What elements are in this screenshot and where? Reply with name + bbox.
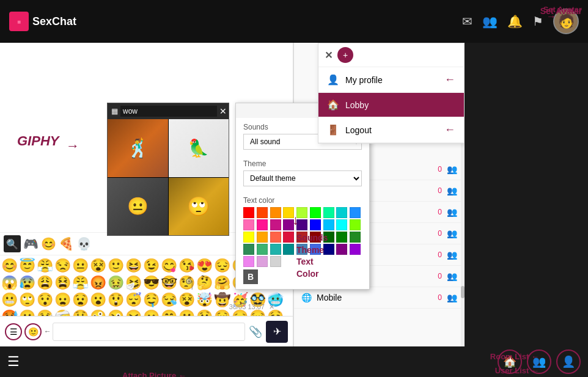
emoji-59[interactable]: 🤥 [196, 309, 213, 316]
friends-icon[interactable]: 👥 [482, 14, 498, 29]
gif-cell-1[interactable]: 🕺 [108, 119, 168, 177]
emoji-44[interactable]: 🤠 [214, 292, 230, 308]
chat-emoji-btn[interactable]: 🙂 [24, 323, 42, 340]
color-cell-15[interactable] [323, 219, 334, 230]
gif-cell-2[interactable]: 🦜 [169, 119, 229, 177]
emoji-49[interactable]: 😷 [19, 309, 35, 316]
emoji-cat-game[interactable]: 🎮 [23, 236, 39, 251]
gif-cell-3[interactable]: 😐 [108, 178, 168, 236]
color-cell-2[interactable] [270, 207, 281, 218]
emoji-6[interactable]: 🙂 [108, 258, 124, 274]
emoji-4[interactable]: 😐 [72, 258, 89, 274]
color-cell-17[interactable] [350, 219, 361, 230]
color-cell-14[interactable] [310, 219, 321, 230]
emoji-58[interactable]: 🤫 [178, 309, 195, 316]
gif-cell-4[interactable]: 🙄 [169, 178, 229, 236]
color-cell-36[interactable] [243, 256, 254, 267]
emoji-40[interactable]: 🤤 [143, 292, 160, 308]
chat-input[interactable] [53, 323, 245, 341]
gif-modal-close-btn[interactable]: ✕ [219, 106, 227, 116]
emoji-search-icon[interactable]: 🔍 [4, 235, 21, 252]
emoji-35[interactable]: 😦 [54, 292, 71, 308]
emoji-55[interactable]: 😝 [125, 309, 142, 316]
emoji-57[interactable]: 🤭 [161, 309, 177, 316]
emoji-5[interactable]: 😵 [90, 258, 106, 274]
emoji-43[interactable]: 🤯 [196, 292, 213, 308]
emoji-48[interactable]: 🥵 [1, 309, 18, 316]
color-cell-37[interactable] [257, 256, 268, 267]
color-cell-34[interactable] [336, 244, 347, 255]
emoji-38[interactable]: 😲 [108, 292, 124, 308]
emoji-37[interactable]: 😮 [90, 292, 106, 308]
bell-icon[interactable]: 🔔 [507, 14, 523, 29]
dropdown-close-btn2[interactable]: ✕ [325, 49, 333, 61]
color-cell-21[interactable] [283, 232, 294, 243]
timestamp-close[interactable]: ✕ [269, 303, 274, 310]
emoji-25[interactable]: 🤓 [161, 275, 177, 291]
color-cell-0[interactable] [243, 207, 254, 218]
emoji-9[interactable]: 😋 [161, 258, 177, 274]
emoji-53[interactable]: 🤪 [90, 309, 106, 316]
dropdown-my-profile[interactable]: 👤 My profile ← [318, 67, 464, 93]
emoji-8[interactable]: 😉 [143, 258, 160, 274]
emoji-7[interactable]: 😆 [125, 258, 142, 274]
mail-icon[interactable]: ✉ [462, 14, 472, 29]
color-cell-38[interactable] [270, 256, 281, 267]
color-cell-30[interactable] [283, 244, 294, 255]
emoji-34[interactable]: 😯 [37, 292, 53, 308]
emoji-24[interactable]: 😎 [143, 275, 160, 291]
emoji-23[interactable]: 🤧 [125, 275, 142, 291]
emoji-22[interactable]: 🤢 [108, 275, 124, 291]
room-item-mobile[interactable]: 🌐 Mobile 0 👥 [294, 287, 465, 309]
emoji-12[interactable]: 😔 [214, 258, 230, 274]
flag-icon[interactable]: ⚑ [532, 14, 543, 29]
emoji-10[interactable]: 😘 [178, 258, 195, 274]
emoji-54[interactable]: 😜 [108, 309, 124, 316]
emoji-33[interactable]: 🙄 [19, 292, 35, 308]
emoji-28[interactable]: 🤗 [214, 275, 230, 291]
emoji-cat-skull[interactable]: 💀 [76, 236, 92, 251]
emoji-50[interactable]: 🤒 [37, 309, 53, 316]
color-cell-7[interactable] [336, 207, 347, 218]
emoji-52[interactable]: 🤑 [72, 309, 89, 316]
add-room-btn[interactable]: + [337, 47, 353, 63]
emoji-16[interactable]: 😱 [1, 275, 18, 291]
color-cell-18[interactable] [243, 232, 254, 243]
emoji-cat-smile[interactable]: 😊 [41, 236, 56, 251]
color-cell-11[interactable] [270, 219, 281, 230]
color-cell-28[interactable] [257, 244, 268, 255]
theme-select[interactable]: Default theme [243, 170, 362, 186]
emoji-1[interactable]: 😇 [19, 258, 35, 274]
emoji-21[interactable]: 😡 [90, 275, 106, 291]
gif-search-input[interactable] [120, 106, 217, 117]
dropdown-lobby2[interactable]: 🏠 Lobby [318, 93, 464, 117]
color-cell-9[interactable] [243, 219, 254, 230]
emoji-20[interactable]: 😤 [72, 275, 89, 291]
emoji-42[interactable]: 😵 [178, 292, 195, 308]
emoji-18[interactable]: 😩 [37, 275, 53, 291]
color-cell-26[interactable] [350, 232, 361, 243]
emoji-39[interactable]: 😴 [125, 292, 142, 308]
color-cell-16[interactable] [336, 219, 347, 230]
emoji-26[interactable]: 🧐 [178, 275, 195, 291]
emoji-2[interactable]: 😤 [37, 258, 53, 274]
emoji-60[interactable]: 😌 [214, 309, 230, 316]
emoji-3[interactable]: 😒 [54, 258, 71, 274]
color-cell-27[interactable] [243, 244, 254, 255]
emoji-51[interactable]: 🤕 [54, 309, 71, 316]
emoji-56[interactable]: 😛 [143, 309, 160, 316]
emoji-0[interactable]: 😊 [1, 258, 18, 274]
friend-list-btn[interactable]: 👤 [556, 350, 581, 374]
attach-icon[interactable]: 📎 [249, 325, 262, 339]
emoji-19[interactable]: 😫 [54, 275, 71, 291]
color-cell-19[interactable] [257, 232, 268, 243]
color-cell-1[interactable] [257, 207, 268, 218]
color-cell-6[interactable] [323, 207, 334, 218]
color-cell-20[interactable] [270, 232, 281, 243]
color-cell-5[interactable] [310, 207, 321, 218]
emoji-41[interactable]: 😪 [161, 292, 177, 308]
emoji-11[interactable]: 😍 [196, 258, 213, 274]
dropdown-logout2[interactable]: 🚪 Logout ← [318, 117, 464, 143]
bold-button[interactable]: B [243, 269, 258, 284]
color-cell-25[interactable] [336, 232, 347, 243]
